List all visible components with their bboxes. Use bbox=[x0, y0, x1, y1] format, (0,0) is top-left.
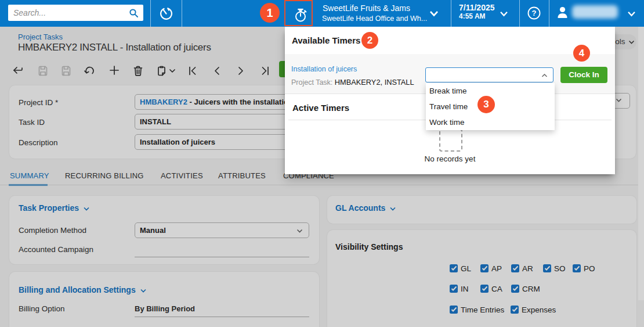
svg-text:?: ? bbox=[532, 9, 537, 17]
